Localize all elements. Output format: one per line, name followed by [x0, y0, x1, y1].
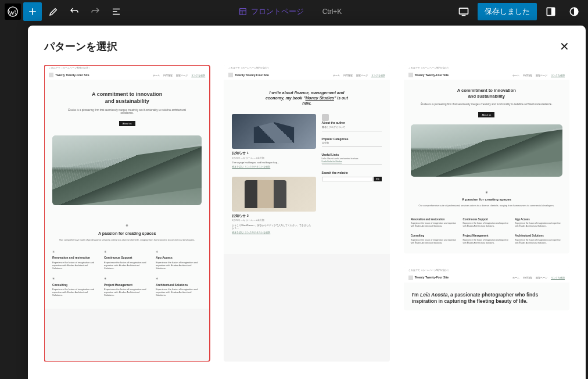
page-label[interactable]: フロントページ: [238, 6, 304, 17]
save-button[interactable]: 保存しました: [478, 3, 537, 20]
shortcut-label: Ctrl+K: [322, 8, 342, 16]
wp-logo[interactable]: [5, 3, 21, 20]
edit-button[interactable]: [44, 2, 63, 21]
redo-button[interactable]: [86, 2, 105, 21]
svg-rect-4: [551, 8, 555, 15]
document-overview-button[interactable]: [107, 2, 126, 21]
undo-button[interactable]: [65, 2, 84, 21]
settings-panel-button[interactable]: [542, 2, 560, 21]
add-block-button[interactable]: [23, 2, 42, 21]
svg-rect-2: [460, 8, 468, 14]
view-button[interactable]: [454, 2, 473, 21]
editor-top-bar: フロントページ Ctrl+K 保存しました: [0, 0, 588, 23]
styles-button[interactable]: [565, 2, 583, 21]
svg-rect-1: [239, 9, 246, 15]
